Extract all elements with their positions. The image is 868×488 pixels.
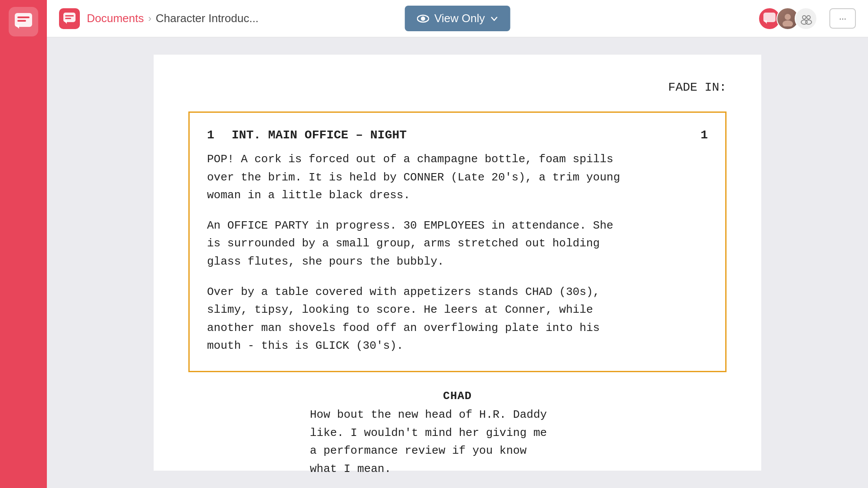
scene-number-left: 1	[207, 128, 214, 142]
breadcrumb-current-doc: Character Introduc...	[156, 12, 259, 25]
document-area: FADE IN: 1 INT. MAIN OFFICE – NIGHT 1 PO…	[47, 37, 868, 488]
svg-rect-2	[17, 20, 26, 22]
scene-number-right: 1	[700, 128, 708, 142]
topbar-right: ···	[758, 7, 856, 30]
svg-point-11	[802, 16, 806, 19]
view-only-button[interactable]: View Only	[405, 6, 510, 31]
scene-heading: INT. MAIN OFFICE – NIGHT	[232, 128, 700, 142]
scene-block: 1 INT. MAIN OFFICE – NIGHT 1 POP! A cork…	[188, 111, 727, 372]
svg-rect-4	[65, 15, 74, 16]
breadcrumb: Documents › Character Introduc...	[87, 12, 259, 25]
document: FADE IN: 1 INT. MAIN OFFICE – NIGHT 1 PO…	[154, 55, 761, 471]
breadcrumb-documents[interactable]: Documents	[87, 12, 144, 25]
view-only-label: View Only	[434, 12, 485, 25]
more-options-button[interactable]: ···	[829, 8, 856, 29]
character-name-1: CHAD	[188, 390, 727, 403]
sidebar	[0, 0, 47, 488]
topbar-chat-icon[interactable]	[59, 8, 80, 29]
topbar-left: Documents › Character Introduc...	[59, 8, 259, 29]
svg-point-14	[806, 20, 812, 24]
avatar-group	[758, 7, 817, 30]
main-area: Documents › Character Introduc... View O…	[47, 0, 868, 488]
breadcrumb-separator: ›	[148, 13, 151, 24]
topbar: Documents › Character Introduc... View O…	[47, 0, 868, 37]
svg-rect-1	[17, 16, 30, 18]
dialogue-1: How bout the new head of H.R. Daddy like…	[310, 406, 605, 478]
scene-header-row: 1 INT. MAIN OFFICE – NIGHT 1	[207, 128, 708, 142]
svg-point-12	[807, 16, 810, 19]
avatar-group-manage[interactable]	[795, 7, 817, 30]
fade-in-text: FADE IN:	[188, 81, 727, 94]
svg-point-9	[785, 14, 791, 20]
action-block-1: POP! A cork is forced out of a champagne…	[207, 151, 708, 205]
sidebar-logo[interactable]	[9, 7, 38, 36]
action-block-2: An OFFICE PARTY in progress. 30 EMPLOYEE…	[207, 217, 708, 271]
svg-point-6	[421, 16, 425, 21]
svg-rect-5	[65, 18, 71, 19]
action-block-3: Over by a table covered with appetizers …	[207, 283, 708, 355]
svg-point-10	[783, 20, 793, 26]
